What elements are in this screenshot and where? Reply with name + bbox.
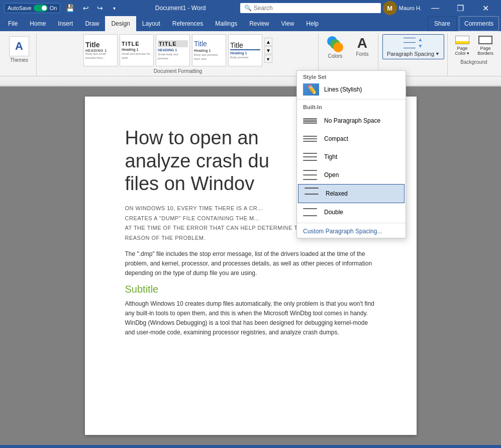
style-item-3[interactable]: TITLE HEADING 1 Small body text preview. <box>156 34 190 66</box>
gallery-expand[interactable]: ▾ <box>264 55 272 63</box>
tab-layout[interactable]: Layout <box>136 16 166 31</box>
close-button[interactable]: ✕ <box>474 0 497 16</box>
page-borders-icon: Page Borders <box>477 36 493 56</box>
paragraph-spacing-dropdown: Style Set ✏️ Lines (Stylish) Built-In No… <box>296 70 406 238</box>
autosave-state-on[interactable] <box>34 5 48 12</box>
redo-button[interactable]: ↪ <box>93 3 107 14</box>
spacing-tight-label: Tight <box>324 153 337 160</box>
custom-paragraph-spacing[interactable]: Custom Paragraph Spacing... <box>297 225 406 238</box>
style-set-icon: ✏️ <box>303 83 319 96</box>
user-name: Mauro H. <box>399 5 422 11</box>
document-title: Document1 - Word <box>155 5 206 12</box>
gallery-scroll-down[interactable]: ▼ <box>264 46 272 54</box>
tab-mailings[interactable]: Mailings <box>209 16 243 31</box>
share-button[interactable]: Share <box>428 16 457 31</box>
fonts-icon: A <box>357 36 367 50</box>
comments-button[interactable]: Comments <box>459 16 499 31</box>
ruler <box>0 76 501 86</box>
tab-design[interactable]: Design <box>105 16 136 31</box>
restore-button[interactable]: ❐ <box>449 0 472 16</box>
compact-icon <box>303 133 319 145</box>
divider-1 <box>297 99 406 100</box>
tab-home[interactable]: Home <box>24 16 52 31</box>
style-item-default[interactable]: Title HEADING 1 Body text small preview … <box>83 34 118 66</box>
style-scroll: Title HEADING 1 Body text small preview … <box>83 34 262 66</box>
style-set-label: Lines (Stylish) <box>324 86 362 93</box>
paragraph-spacing-button[interactable]: ▲ ▼ Paragraph Spacing ▼ <box>382 34 444 59</box>
document-formatting-group: Title HEADING 1 Body text small preview … <box>38 33 319 76</box>
search-input[interactable] <box>254 5 364 12</box>
spacing-open-label: Open <box>324 171 339 178</box>
style-item-2[interactable]: TITLE Heading 1 Small text preview for s… <box>120 34 154 66</box>
page-color-label: Page Color ▾ <box>455 46 469 56</box>
document-body-1: The ".dmp" file includes the stop error … <box>125 249 376 279</box>
fonts-button[interactable]: A Fonts <box>350 34 375 60</box>
spacing-relaxed[interactable]: Relaxed <box>298 184 405 203</box>
double-icon <box>303 206 319 218</box>
tab-view[interactable]: View <box>275 16 300 31</box>
background-group: Page Color ▾ Page Borders Background <box>449 33 499 76</box>
colors-button[interactable]: Colors <box>323 34 348 62</box>
style-item-5[interactable]: Title Heading 1 Body preview. <box>228 34 262 66</box>
tab-file[interactable]: File <box>2 16 24 31</box>
document-subtitle: Subtitle <box>125 284 376 295</box>
paragraph-spacing-group: ▲ ▼ Paragraph Spacing ▼ <box>379 33 448 76</box>
spacing-no-paragraph-space[interactable]: No Paragraph Space <box>297 112 406 130</box>
tab-draw[interactable]: Draw <box>79 16 105 31</box>
autosave-label: AutoSave <box>8 5 32 11</box>
title-bar-center: Document1 - Word <box>121 5 240 12</box>
spacing-compact[interactable]: Compact <box>297 130 406 148</box>
para-spacing-icon: ▲ ▼ <box>404 37 423 49</box>
dropdown-menu: Style Set ✏️ Lines (Stylish) Built-In No… <box>296 70 406 238</box>
themes-icon: A <box>9 36 29 56</box>
themes-label: Themes <box>10 56 28 64</box>
colors-label: Colors <box>328 52 342 60</box>
no-paragraph-space-icon <box>303 115 319 127</box>
undo-redo-group: ↩ ↪ ▾ <box>79 3 121 14</box>
style-set-item[interactable]: ✏️ Lines (Stylish) <box>297 81 406 98</box>
themes-group: A Themes <box>2 33 37 76</box>
spacing-double[interactable]: Double <box>297 203 406 221</box>
spacing-open[interactable]: Open <box>297 166 406 184</box>
spacing-relaxed-label: Relaxed <box>326 190 348 197</box>
ribbon-tabs: File Home Insert Draw Design Layout Refe… <box>0 16 501 31</box>
divider-2 <box>297 223 406 223</box>
more-options-button[interactable]: ▾ <box>108 3 121 14</box>
autosave-on-label: On <box>50 5 57 11</box>
style-gallery: Title HEADING 1 Body text small preview … <box>83 34 272 66</box>
page-borders-button[interactable]: Page Borders <box>475 34 496 57</box>
title-bar-right: 🔍 M Mauro H. — ❐ ✕ <box>240 0 497 16</box>
tight-icon <box>303 151 319 163</box>
background-label: Background <box>460 58 487 66</box>
spacing-tight[interactable]: Tight <box>297 148 406 166</box>
themes-button[interactable]: A Themes <box>5 34 33 66</box>
spacing-double-label: Double <box>324 209 343 216</box>
relaxed-icon <box>305 188 321 200</box>
paragraph-spacing-label: Paragraph Spacing <box>387 51 434 57</box>
colors-fonts-group: Colors A Fonts <box>320 33 378 76</box>
page-color-button[interactable]: Page Color ▾ <box>452 34 473 57</box>
document-body-2: Although Windows 10 creates dump files a… <box>125 299 376 338</box>
colors-icon <box>327 36 343 52</box>
undo-button[interactable]: ↩ <box>79 3 92 14</box>
spacing-compact-label: Compact <box>324 135 348 142</box>
tab-references[interactable]: References <box>166 16 209 31</box>
fonts-label: Fonts <box>356 50 368 58</box>
save-button[interactable]: 💾 <box>63 3 76 14</box>
minimize-button[interactable]: — <box>424 0 447 16</box>
page-color-icon: Page Color ▾ <box>454 36 470 56</box>
autosave-toggle[interactable]: AutoSave On <box>4 3 60 13</box>
document-formatting-label: Document Formatting <box>154 67 202 75</box>
gallery-scroll-arrows: ▲ ▼ ▾ <box>264 38 272 63</box>
style-set-section-label: Style Set <box>297 71 406 81</box>
title-bar-left: AutoSave On 💾 ↩ ↪ ▾ <box>4 3 121 14</box>
style-item-4[interactable]: Title Heading 1 Body text preview here n… <box>192 34 226 66</box>
gallery-scroll-up[interactable]: ▲ <box>264 38 272 46</box>
title-search-box[interactable]: 🔍 <box>240 3 381 13</box>
tab-review[interactable]: Review <box>243 16 275 31</box>
open-icon <box>303 169 319 181</box>
tab-insert[interactable]: Insert <box>52 16 79 31</box>
tab-help[interactable]: Help <box>300 16 325 31</box>
page-borders-label: Page Borders <box>477 46 493 56</box>
user-avatar[interactable]: M <box>383 1 397 15</box>
